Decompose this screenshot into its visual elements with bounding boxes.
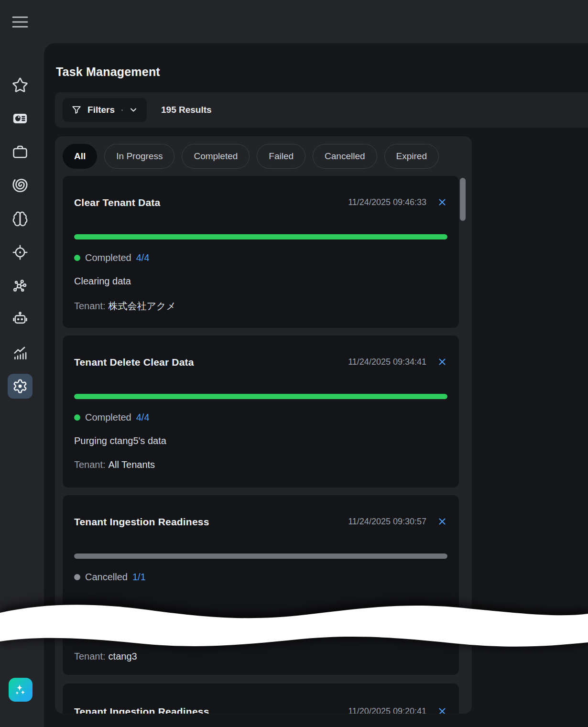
status-count: 4/4 [136,412,150,423]
filter-tab-expired[interactable]: Expired [384,144,439,169]
status-dot [74,414,80,421]
task-timestamp: 11/24/2025 09:46:33 [348,197,426,207]
task-timestamp: 11/20/2025 09:20:41 [348,706,426,714]
sparkles-icon [13,682,28,697]
menu-button[interactable] [12,16,28,28]
filter-tab-cancelled[interactable]: Cancelled [313,144,377,169]
sidebar-item-network[interactable] [8,273,33,298]
briefcase-icon [12,144,28,160]
close-icon [437,706,447,714]
filter-toolbar: Filters 195 Results [55,92,588,128]
results-count: 195 Results [161,92,212,128]
task-description: Purging ctang5's data [74,435,447,447]
status-dot [74,574,80,580]
task-dismiss-button[interactable] [437,197,447,207]
main-window: Task Management Filters 195 Results AllI… [44,43,588,727]
sidebar-item-analytics[interactable] [8,340,33,365]
robot-icon [12,311,28,327]
task-timestamp: 11/24/2025 09:34:41 [348,357,426,367]
task-progress-track [74,234,447,239]
close-icon [437,516,447,527]
star-icon [12,77,28,93]
status-label: Cancelled [85,572,128,583]
tenant-label: Tenant: [74,651,106,662]
filter-tab-in-progress[interactable]: In Progress [104,144,174,169]
tenant-label: Tenant: [74,301,106,311]
scrollbar-thumb[interactable] [460,178,466,221]
task-card-partial-bottom: Tenant Ingestion Readiness 11/20/2025 09… [63,684,459,714]
status-count: 1/1 [132,572,146,583]
task-dismiss-button[interactable] [437,357,447,367]
sidebar-item-spiral[interactable] [8,173,33,198]
spiral-icon [12,177,28,194]
chevron-down-icon [129,105,138,115]
assistant-button[interactable] [9,678,33,702]
status-filter-tabs: AllIn ProgressCompletedFailedCancelledEx… [63,144,439,169]
locate-icon [12,244,28,260]
close-icon [437,357,447,367]
settings-gear-icon [12,379,28,394]
filter-tab-completed[interactable]: Completed [182,144,250,169]
filter-tab-all[interactable]: All [63,144,97,169]
task-title: Clear Tenant Data [74,197,160,208]
task-description: Clearing data [74,276,447,287]
filters-button[interactable]: Filters [63,98,147,122]
task-dismiss-button[interactable] [437,516,447,527]
sidebar-item-settings[interactable] [8,374,33,399]
menu-icon [12,16,28,28]
task-title: Tenant Delete Clear Data [74,357,194,368]
task-card: Tenant Delete Clear Data 11/24/2025 09:3… [63,336,459,488]
separator-dot [121,109,123,111]
tenant-value: ctang3 [109,651,137,662]
task-card: Clear Tenant Data 11/24/2025 09:46:33 Co… [63,176,459,328]
sidebar-item-dashboard[interactable] [8,106,33,131]
status-dot [74,255,80,261]
task-title: Tenant Ingestion Readiness [74,706,209,714]
sidebar-item-favorites[interactable] [8,73,33,98]
task-card-partial-top: Tenant:ctang3 [63,593,459,675]
tenant-value: 株式会社アクメ [109,301,176,311]
tenant-row: Tenant:All Tenants [74,459,447,471]
page-title: Task Management [56,65,160,79]
filter-tab-failed[interactable]: Failed [257,144,305,169]
network-icon [12,278,28,294]
tenant-row: Tenant:ctang3 [74,651,137,662]
status-label: Completed [85,252,131,263]
task-progress-fill [74,394,447,399]
brain-icon [12,211,28,227]
funnel-icon [71,104,82,116]
status-count: 4/4 [136,252,150,263]
task-progress-fill [74,553,447,559]
sidebar-item-ai[interactable] [8,206,33,231]
filters-button-label: Filters [87,105,115,115]
tenant-value: All Tenants [109,459,155,470]
sidebar [0,0,44,727]
sidebar-nav [8,73,33,399]
task-timestamp: 11/24/2025 09:30:57 [348,517,426,527]
task-dismiss-button[interactable] [437,706,447,714]
task-progress-track [74,394,447,399]
task-progress-fill [74,234,447,239]
task-title: Tenant Ingestion Readiness [74,516,209,528]
analytics-icon [12,345,28,361]
sidebar-item-locate[interactable] [8,240,33,265]
sidebar-item-projects[interactable] [8,140,33,164]
sidebar-item-bots[interactable] [8,307,33,332]
dashboard-card-icon [12,110,28,127]
task-cards-list: Clear Tenant Data 11/24/2025 09:46:33 Co… [63,176,459,647]
task-list-panel: AllIn ProgressCompletedFailedCancelledEx… [55,136,472,714]
status-label: Completed [85,412,131,423]
tenant-row: Tenant:株式会社アクメ [74,300,447,311]
close-icon [437,197,447,207]
task-progress-track [74,553,447,559]
tenant-label: Tenant: [74,459,106,470]
